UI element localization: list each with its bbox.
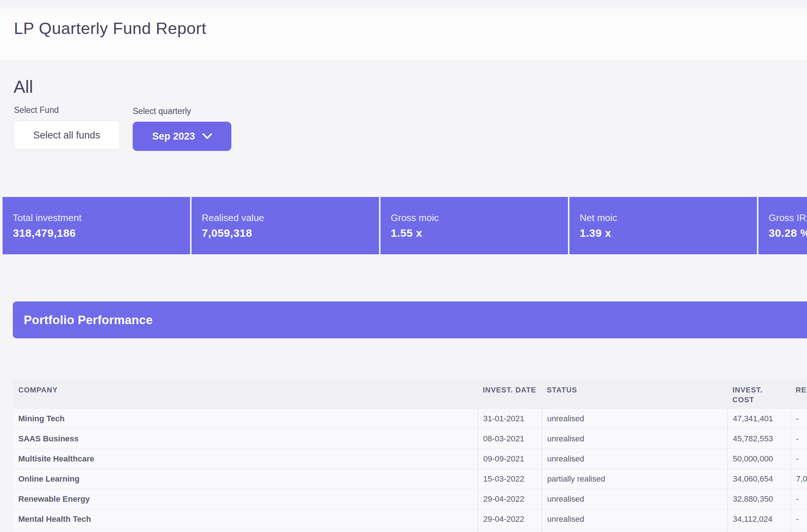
kpi-value: 1.55 x [391,227,568,239]
kpi-card-row: Total investment 318,479,186 Realised va… [3,197,807,254]
invest-date-cell: 29-04-2022 [478,489,542,509]
company-cell: Renewable Energy [13,489,478,509]
fund-select[interactable]: Select all funds [14,121,120,150]
invest-cost-cell: 45,782,553 [727,429,791,449]
invest-date-cell: 31-01-2021 [478,409,542,429]
realised-proceeds-cell: 7,059,318 [791,469,807,489]
page-title: LP Quarterly Fund Report [14,19,206,38]
realised-proceeds-cell: - [791,509,807,529]
kpi-label: Gross IRR [769,212,807,224]
column-header-company: COMPANY [13,380,478,409]
company-cell: Mental Health Tech [13,509,478,529]
status-cell: unrealised [542,489,727,509]
status-cell: unrealised [542,429,727,449]
kpi-card-net-moic: Net moic 1.39 x [569,197,757,254]
table-row: Mining Tech 31-01-2021 unrealised 47,341… [13,409,807,429]
kpi-label: Gross moic [391,212,568,224]
kpi-label: Net moic [580,212,757,224]
invest-cost-cell [727,529,791,532]
company-cell [13,529,478,532]
kpi-label: Total investment [13,212,190,224]
table-row: Mental Health Tech 29-04-2022 unrealised… [13,509,807,529]
status-cell: unrealised [542,509,727,529]
realised-proceeds-cell: - [791,449,807,469]
kpi-value: 7,059,318 [202,227,379,239]
invest-cost-cell: 34,060,654 [727,469,791,489]
realised-proceeds-cell: - [791,409,807,429]
portfolio-performance-title: Portfolio Performance [24,313,153,327]
kpi-card-realised-value: Realised value 7,059,318 [192,197,379,254]
portfolio-performance-banner: Portfolio Performance [13,301,807,338]
kpi-card-gross-irr: Gross IRR 30.28 % [758,197,807,254]
company-cell: SAAS Business [13,429,478,449]
realised-proceeds-cell: - [791,489,807,509]
invest-date-cell: 29-04-2022 [478,509,542,529]
fund-scope-title: All [14,77,33,97]
kpi-value: 318,479,186 [13,227,190,239]
table-row [13,529,807,532]
kpi-card-total-investment: Total investment 318,479,186 [3,197,190,254]
table-row: Renewable Energy 29-04-2022 unrealised 3… [13,489,807,509]
quarter-select-value: Sep 2023 [152,131,195,142]
realised-proceeds-cell: - [791,429,807,449]
realised-proceeds-cell [791,529,807,532]
company-cell: Mining Tech [13,409,478,429]
select-quarterly-label: Select quarterly [133,106,191,116]
invest-cost-cell: 50,000,000 [727,449,791,469]
status-cell [542,529,727,532]
invest-date-cell: 09-09-2021 [478,449,542,469]
table-header-row: COMPANY INVEST. DATE STATUS INVEST. COST… [13,380,807,409]
column-header-invest-cost: INVEST. COST [727,380,791,409]
kpi-value: 30.28 % [769,227,807,239]
invest-cost-cell: 32,880,350 [727,489,791,509]
kpi-label: Realised value [202,212,379,224]
company-cell: Online Learning [13,469,478,489]
app-header: LP Quarterly Fund Report [0,0,807,61]
invest-date-cell: 15-03-2022 [478,469,542,489]
table-row: Online Learning 15-03-2022 partially rea… [13,469,807,489]
chevron-down-icon [202,133,212,139]
kpi-value: 1.39 x [580,227,757,239]
status-cell: unrealised [542,449,727,469]
invest-date-cell [478,529,542,532]
company-cell: Multisite Healthcare [13,449,478,469]
portfolio-table: COMPANY INVEST. DATE STATUS INVEST. COST… [13,380,807,532]
table-row: Multisite Healthcare 09-09-2021 unrealis… [13,449,807,469]
table-row: SAAS Business 08-03-2021 unrealised 45,7… [13,429,807,449]
invest-cost-cell: 47,341,401 [727,409,791,429]
quarter-select-button[interactable]: Sep 2023 [133,122,231,151]
column-header-invest-date: INVEST. DATE [478,380,542,409]
invest-cost-cell: 34,112,024 [727,509,791,529]
fund-select-value: Select all funds [33,130,100,141]
invest-date-cell: 08-03-2021 [478,429,542,449]
select-fund-label: Select Fund [14,105,59,115]
status-cell: unrealised [542,409,727,429]
column-header-realised-proceeds: REALISED PROCEEDS [791,380,807,409]
kpi-card-gross-moic: Gross moic 1.55 x [380,197,568,254]
status-cell: partially realised [542,469,727,489]
column-header-status: STATUS [542,380,727,409]
